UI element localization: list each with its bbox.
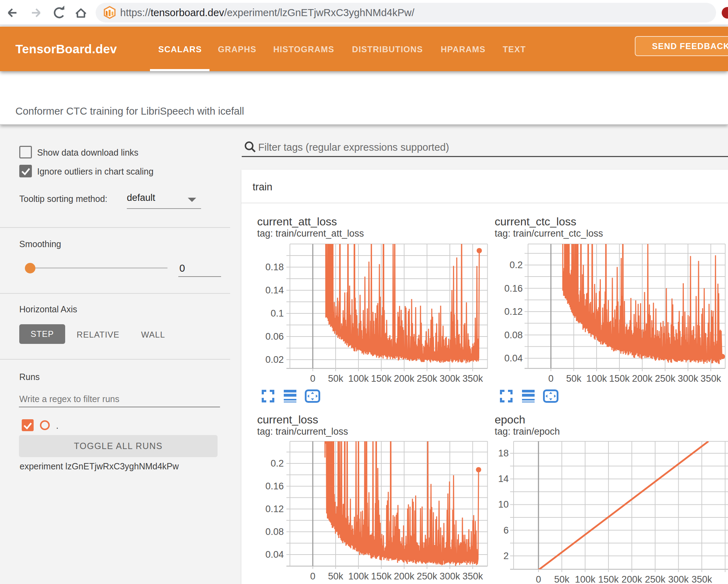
svg-text:100k: 100k [586, 373, 607, 384]
svg-text:tag: train/epoch: tag: train/epoch [495, 426, 560, 437]
svg-text:150k: 150k [598, 574, 619, 584]
svg-text:0.08: 0.08 [504, 330, 523, 340]
svg-text:50k: 50k [328, 373, 343, 384]
svg-text:300k: 300k [440, 571, 460, 582]
svg-text:250k: 250k [417, 373, 438, 384]
svg-text:0: 0 [536, 574, 541, 584]
svg-text:current_att_loss: current_att_loss [257, 215, 337, 228]
svg-text:0.08: 0.08 [265, 527, 284, 537]
svg-text:0.04: 0.04 [504, 353, 523, 364]
svg-text:100k: 100k [575, 574, 596, 584]
svg-text:0.2: 0.2 [509, 260, 523, 270]
svg-text:250k: 250k [645, 574, 666, 584]
svg-text:current_ctc_loss: current_ctc_loss [495, 215, 576, 228]
svg-text:100k: 100k [348, 571, 369, 582]
svg-text:0: 0 [310, 373, 315, 384]
svg-text:50k: 50k [554, 574, 570, 584]
svg-text:350k: 350k [692, 574, 712, 584]
svg-text:50k: 50k [328, 571, 343, 582]
svg-text:0.12: 0.12 [504, 306, 523, 317]
svg-text:0.06: 0.06 [265, 331, 284, 342]
svg-text:300k: 300k [678, 373, 698, 384]
svg-text:0.12: 0.12 [265, 504, 284, 514]
svg-text:200k: 200k [394, 373, 414, 384]
svg-text:14: 14 [498, 474, 509, 484]
svg-text:0.16: 0.16 [504, 283, 523, 294]
svg-text:0.14: 0.14 [265, 285, 284, 296]
svg-text:0.02: 0.02 [265, 354, 284, 365]
svg-text:150k: 150k [371, 571, 392, 582]
svg-text:0: 0 [310, 571, 315, 582]
svg-text:epoch: epoch [495, 413, 525, 426]
svg-text:tag: train/current_att_loss: tag: train/current_att_loss [257, 228, 364, 239]
svg-text:350k: 350k [701, 373, 721, 384]
svg-text:50k: 50k [566, 373, 582, 384]
svg-text:0.16: 0.16 [265, 481, 284, 491]
svg-text:2: 2 [503, 551, 509, 561]
svg-text:0: 0 [548, 373, 554, 384]
svg-text:350k: 350k [462, 571, 483, 582]
svg-text:100k: 100k [348, 373, 369, 384]
svg-text:200k: 200k [394, 571, 414, 582]
svg-text:0.18: 0.18 [265, 262, 284, 272]
svg-text:0.04: 0.04 [265, 549, 284, 560]
svg-text:tag: train/current_loss: tag: train/current_loss [257, 426, 348, 437]
svg-text:0.1: 0.1 [270, 308, 284, 319]
svg-text:current_loss: current_loss [257, 413, 318, 426]
svg-text:6: 6 [503, 525, 509, 536]
svg-text:250k: 250k [655, 373, 675, 384]
svg-text:300k: 300k [668, 574, 689, 584]
svg-text:0.2: 0.2 [270, 458, 284, 469]
svg-text:18: 18 [498, 448, 509, 459]
svg-text:350k: 350k [462, 373, 483, 384]
svg-text:150k: 150k [371, 373, 392, 384]
svg-text:250k: 250k [417, 571, 438, 582]
svg-text:tag: train/current_ctc_loss: tag: train/current_ctc_loss [495, 228, 603, 239]
svg-text:300k: 300k [440, 373, 460, 384]
svg-text:200k: 200k [632, 373, 653, 384]
svg-text:150k: 150k [609, 373, 630, 384]
svg-text:200k: 200k [621, 574, 642, 584]
svg-text:10: 10 [498, 499, 509, 510]
